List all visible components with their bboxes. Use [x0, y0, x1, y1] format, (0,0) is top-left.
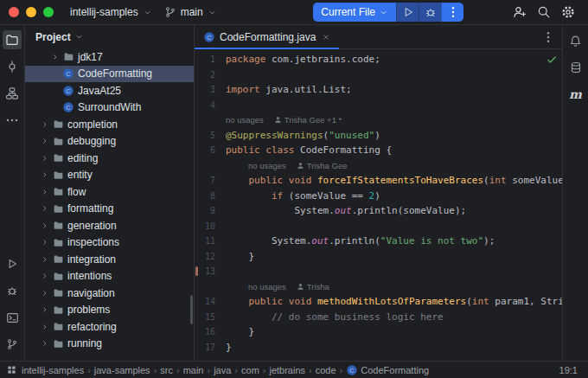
breadcrumb-item[interactable]: main: [183, 365, 204, 375]
tree-item-generation[interactable]: generation: [25, 217, 194, 234]
editor-options-icon[interactable]: [541, 30, 555, 44]
chevron-right-icon[interactable]: [39, 204, 50, 213]
add-user-button[interactable]: [508, 2, 531, 22]
line-number[interactable]: 10: [195, 219, 226, 234]
editor-tab-codeformatting[interactable]: C CodeFormatting.java: [195, 25, 339, 48]
notifications-tool-button[interactable]: [566, 31, 585, 50]
project-panel-header[interactable]: Project: [25, 25, 194, 48]
code-line[interactable]: 4: [195, 98, 562, 113]
settings-button[interactable]: [557, 2, 579, 22]
line-number[interactable]: 1: [195, 52, 226, 67]
code-line[interactable]: 17}: [195, 340, 562, 356]
line-number[interactable]: 12: [195, 249, 226, 265]
tree-item-intentions[interactable]: intentions: [25, 268, 194, 285]
chevron-right-icon[interactable]: [39, 188, 50, 196]
tree-item-inspections[interactable]: inspections: [25, 234, 194, 252]
code-line[interactable]: 6public class CodeFormatting {: [195, 143, 562, 158]
git-tool-button[interactable]: [3, 335, 22, 354]
debug-tool-button[interactable]: [3, 281, 22, 300]
caret-position[interactable]: 19:1: [559, 365, 578, 375]
maven-tool-button[interactable]: m: [566, 85, 585, 104]
chevron-right-icon[interactable]: [39, 272, 50, 280]
commit-tool-button[interactable]: [3, 57, 22, 76]
code-line[interactable]: 14 public void methodWithLotsOfParameter…: [195, 294, 562, 310]
tree-item-navigation[interactable]: navigation: [25, 285, 194, 302]
line-number[interactable]: 6: [195, 143, 226, 158]
code-line[interactable]: 9 System.out.println(someValue);: [195, 203, 562, 219]
code-author-hint[interactable]: Trisha Gee +1 *: [274, 112, 342, 128]
code-line[interactable]: 8 if (someValue == 2): [195, 189, 562, 204]
chevron-right-icon[interactable]: [39, 305, 50, 314]
line-number[interactable]: 8: [195, 189, 226, 204]
chevron-right-icon[interactable]: [39, 221, 50, 230]
tree-item-flow[interactable]: flow: [25, 183, 194, 201]
database-tool-button[interactable]: [566, 58, 585, 77]
tree-item-codeformatting[interactable]: CCodeFormatting: [25, 66, 194, 83]
code-line[interactable]: 16 }: [195, 324, 562, 340]
breadcrumb-item[interactable]: CCodeFormatting: [346, 364, 429, 376]
terminal-tool-button[interactable]: [3, 308, 22, 327]
code-author-hint[interactable]: Trisha: [297, 279, 329, 295]
chevron-right-icon[interactable]: [39, 339, 50, 348]
breadcrumb-item[interactable]: java-samples: [94, 365, 150, 375]
code-line[interactable]: 5@SuppressWarnings("unused"): [195, 128, 562, 144]
minimize-window-button[interactable]: [26, 7, 36, 17]
more-tool-button[interactable]: [3, 111, 22, 130]
usages-hint[interactable]: no usages: [248, 279, 286, 295]
line-number[interactable]: 5: [195, 128, 226, 144]
line-number[interactable]: 17: [195, 340, 226, 356]
tree-item-debugging[interactable]: debugging: [25, 133, 194, 151]
inspections-ok-icon[interactable]: [546, 54, 557, 65]
debug-button[interactable]: [419, 3, 441, 22]
code-line[interactable]: 15 // do some business logic here: [195, 310, 562, 325]
code-line[interactable]: 13: [195, 264, 562, 279]
chevron-right-icon[interactable]: [39, 255, 50, 264]
chevron-right-icon[interactable]: [39, 323, 50, 331]
chevron-right-icon[interactable]: [39, 238, 50, 247]
chevron-right-icon[interactable]: [39, 289, 50, 298]
tree-item-surroundwith[interactable]: CSurroundWith: [25, 99, 194, 117]
usages-hint[interactable]: no usages: [226, 112, 264, 128]
code-line[interactable]: 3import java.util.List;: [195, 82, 562, 98]
tree-item-integration[interactable]: integration: [25, 251, 194, 268]
inlay-hint-row[interactable]: no usagesTrisha: [195, 279, 562, 295]
close-tab-icon[interactable]: [322, 33, 330, 42]
tree-item-completion[interactable]: completion: [25, 116, 194, 133]
code-line[interactable]: 7 public void forceIfStatementsToHaveBra…: [195, 173, 562, 189]
tree-item-running[interactable]: running: [25, 336, 194, 353]
line-number[interactable]: 7: [195, 173, 226, 189]
breadcrumb-item[interactable]: java: [214, 365, 231, 375]
usages-hint[interactable]: no usages: [248, 158, 286, 174]
line-number[interactable]: 9: [195, 203, 226, 219]
breadcrumb-item[interactable]: com: [241, 365, 259, 375]
search-button[interactable]: [533, 2, 555, 22]
chevron-right-icon[interactable]: [49, 53, 61, 61]
tree-item-javaat25[interactable]: CJavaAt25: [25, 82, 194, 99]
chevron-right-icon[interactable]: [39, 170, 50, 179]
code-line[interactable]: 11 System.out.println("Value is not two"…: [195, 234, 562, 249]
tree-item-formatting[interactable]: formatting: [25, 201, 194, 218]
code-line[interactable]: 10: [195, 219, 562, 234]
code-area[interactable]: 1package com.jetbrains.code;23import jav…: [195, 49, 562, 361]
structure-tool-button[interactable]: [3, 84, 22, 103]
project-scrollbar-thumb[interactable]: [190, 295, 193, 324]
project-folder-tool-button[interactable]: [3, 30, 22, 49]
tree-item-problems[interactable]: problems: [25, 302, 194, 319]
tree-item-refactoring[interactable]: refactoring: [25, 318, 194, 336]
tree-item-editing[interactable]: editing: [25, 150, 194, 167]
breadcrumb-item[interactable]: intellij-samples: [22, 365, 84, 375]
inlay-hint-row[interactable]: no usagesTrisha Gee +1 *: [195, 112, 562, 128]
line-number[interactable]: 16: [195, 324, 226, 340]
line-number[interactable]: 11: [195, 234, 226, 249]
run-config-selector[interactable]: Current File: [313, 3, 396, 22]
breadcrumb-item[interactable]: src: [160, 365, 173, 375]
project-selector[interactable]: intellij-samples: [64, 3, 158, 22]
line-number[interactable]: 15: [195, 310, 226, 325]
chevron-right-icon[interactable]: [39, 120, 50, 129]
code-line[interactable]: 1package com.jetbrains.code;: [195, 52, 562, 67]
run-tool-button[interactable]: [3, 254, 22, 273]
code-line[interactable]: 2: [195, 67, 562, 83]
code-author-hint[interactable]: Trisha Gee: [297, 158, 348, 174]
inlay-hint-row[interactable]: no usagesTrisha Gee: [195, 158, 562, 174]
breadcrumb-item[interactable]: code: [316, 365, 336, 375]
